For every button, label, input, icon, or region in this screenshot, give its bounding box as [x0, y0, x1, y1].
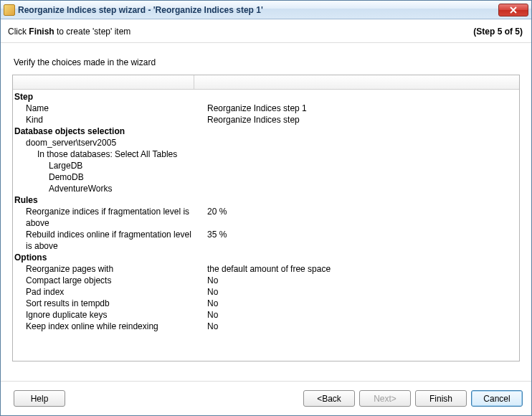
value-pad-index: No	[194, 286, 519, 298]
value-name: Reorganize Indices step 1	[194, 103, 519, 114]
label-keep-online: Keep index online while reindexing	[13, 321, 194, 332]
label-ignore-dup: Ignore duplicate keys	[13, 309, 194, 321]
value-kind: Reorganize Indices step	[194, 114, 519, 126]
cancel-button[interactable]: Cancel	[471, 390, 523, 407]
close-button[interactable]	[498, 4, 528, 16]
label-rule-reorganize: Reorganize indices if fragmentation leve…	[13, 206, 194, 229]
grid-col-1	[13, 75, 194, 89]
step-counter: (Step 5 of 5)	[473, 27, 523, 37]
value-rule-reorganize: 20 %	[194, 206, 519, 229]
db-large: LargeDB	[13, 160, 194, 171]
grid-body: Step Name Reorganize Indices step 1 Kind…	[13, 90, 519, 334]
db-adventure: AdventureWorks	[13, 183, 194, 194]
section-step: Step	[13, 91, 194, 103]
label-sort-tempdb: Sort results in tempdb	[13, 298, 194, 309]
server-name: doom_server\tserv2005	[13, 137, 194, 148]
db-demo: DemoDB	[13, 171, 194, 183]
next-button: Next>	[359, 390, 411, 407]
summary-grid: Step Name Reorganize Indices step 1 Kind…	[12, 75, 520, 361]
value-reorganize-pages: the default amount of free space	[194, 263, 519, 275]
close-icon	[510, 6, 517, 14]
section-db: Database objects selection	[13, 126, 194, 137]
label-name: Name	[13, 103, 194, 114]
button-bar: Help <Back Next> Finish Cancel	[1, 381, 531, 415]
help-button[interactable]: Help	[14, 390, 65, 407]
wizard-header: Click Finish to create 'step' item (Step…	[1, 19, 531, 42]
instruction-bold: Finish	[29, 27, 54, 37]
back-button[interactable]: <Back	[303, 390, 355, 407]
label-kind: Kind	[13, 114, 194, 126]
instruction-text: Click Finish to create 'step' item	[8, 27, 473, 37]
value-keep-online: No	[194, 321, 519, 332]
label-reorganize-pages: Reorganize pages with	[13, 263, 194, 275]
value-ignore-dup: No	[194, 309, 519, 321]
instruction-prefix: Click	[8, 27, 29, 37]
titlebar: Reorganize Indices step wizard - 'Reorga…	[1, 1, 531, 19]
value-rule-rebuild: 35 %	[194, 229, 519, 252]
label-compact-large: Compact large objects	[13, 275, 194, 286]
section-rules: Rules	[13, 194, 194, 206]
value-sort-tempdb: No	[194, 298, 519, 309]
window-title: Reorganize Indices step wizard - 'Reorga…	[18, 5, 498, 15]
app-icon	[4, 4, 15, 16]
finish-button[interactable]: Finish	[415, 390, 467, 407]
in-those-databases: In those databases: Select All Tables	[13, 148, 194, 160]
label-rule-rebuild: Rebuild indices online if fragmentation …	[13, 229, 194, 252]
value-compact-large: No	[194, 275, 519, 286]
grid-column-headers	[13, 75, 519, 90]
instruction-suffix: to create 'step' item	[54, 27, 131, 37]
section-options: Options	[13, 252, 194, 263]
label-pad-index: Pad index	[13, 286, 194, 298]
verify-heading: Verify the choices made in the wizard	[1, 43, 531, 75]
